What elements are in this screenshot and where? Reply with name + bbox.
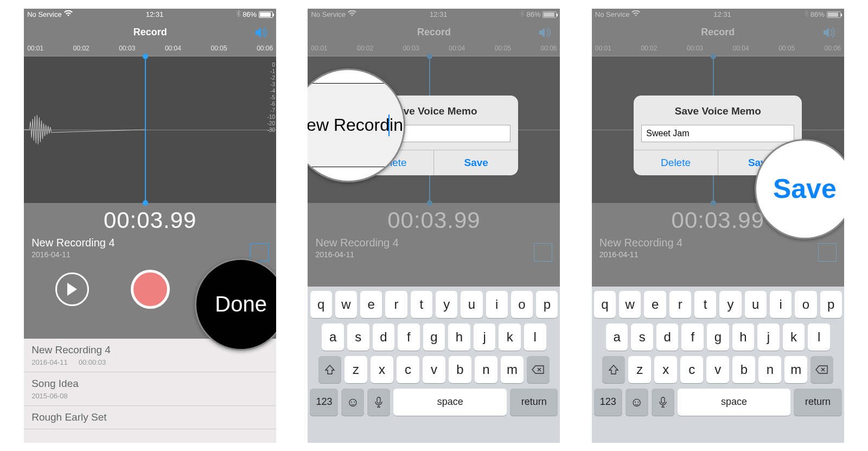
emoji-key[interactable]: ☺ <box>626 389 648 416</box>
space-key[interactable]: space <box>678 389 790 416</box>
keyboard[interactable]: qwertyuiop asdfghjkl zxcvbnm 123☺spacere… <box>308 287 560 443</box>
status-bar: No Service 12:31 86% <box>592 9 844 21</box>
space-key[interactable]: space <box>393 389 506 416</box>
key-q[interactable]: q <box>310 291 332 318</box>
return-key[interactable]: return <box>510 389 558 416</box>
battery-pct: 86% <box>242 10 257 18</box>
speaker-icon <box>538 26 552 42</box>
backspace-key[interactable] <box>810 356 833 383</box>
play-button[interactable] <box>55 272 89 306</box>
wifi-icon <box>631 10 640 18</box>
dictation-key[interactable] <box>652 389 674 416</box>
timer-text: 00:03.99 <box>24 207 276 233</box>
numbers-key[interactable]: 123 <box>594 389 622 416</box>
dictation-key[interactable] <box>367 389 390 416</box>
db-scale: 0-1-2-3-4-5-6-7-10-20-30 <box>267 62 275 134</box>
battery-icon <box>259 11 273 18</box>
shift-key[interactable] <box>318 356 341 383</box>
bluetooth-icon <box>520 10 524 18</box>
keyboard[interactable]: qwertyuiop asdfghjkl zxcvbnm 123☺spacere… <box>592 287 844 443</box>
waveform-area[interactable]: 0-1-2-3-4-5-6-7-10-20-30 <box>24 56 276 203</box>
return-key[interactable]: return <box>794 389 842 416</box>
nav-bar: Record <box>24 21 276 45</box>
status-bar: No Service 12:31 86% <box>308 9 560 21</box>
shift-key[interactable] <box>602 356 625 383</box>
page-title: Record <box>417 27 451 38</box>
trim-icon <box>818 243 837 262</box>
memo-name-input[interactable] <box>641 125 794 142</box>
page-title: Record <box>133 27 167 38</box>
waveform <box>24 105 145 154</box>
dialog-title: Save Voice Memo <box>634 96 802 125</box>
numbers-key[interactable]: 123 <box>310 389 338 416</box>
screenshot-panel-2: No Service 12:31 86% Record 00:0100:0200… <box>308 9 560 443</box>
svg-rect-0 <box>377 397 380 403</box>
trim-icon <box>534 243 552 262</box>
status-bar: No Service 12:31 86% <box>24 9 276 21</box>
list-item[interactable]: Rough Early Set <box>24 406 276 429</box>
wifi-icon <box>64 10 73 18</box>
save-button[interactable]: Save <box>433 150 518 175</box>
screenshot-panel-3: No Service 12:31 86% Record 00:0100:0200… <box>592 9 844 443</box>
svg-rect-1 <box>661 397 665 403</box>
record-button[interactable] <box>131 270 170 309</box>
screenshot-panel-1: No Service 12:31 86% Record 00:0100:0200… <box>24 9 276 443</box>
carrier-text: No Service <box>27 10 62 18</box>
timer-text: 00:03.99 <box>308 207 560 233</box>
delete-button[interactable]: Delete <box>634 150 718 175</box>
recording-date: 2016-04-11 <box>31 250 269 259</box>
wifi-icon <box>348 10 356 18</box>
recording-name: New Recording 4 <box>31 237 269 249</box>
page-title: Record <box>701 27 735 38</box>
recordings-list[interactable]: New Recording 4 2016-04-1100:00:03 Song … <box>24 339 276 443</box>
bluetooth-icon <box>237 10 240 18</box>
time-ruler: 00:0100:0200:0300:0400:0500:06 <box>24 45 276 56</box>
list-item[interactable]: Song Idea 2015-06-08 <box>24 372 276 406</box>
backspace-key[interactable] <box>527 356 550 383</box>
battery-icon <box>542 11 557 18</box>
trim-icon[interactable] <box>250 243 269 262</box>
speaker-icon[interactable] <box>254 26 269 42</box>
clock-text: 12:31 <box>146 10 164 18</box>
speaker-icon <box>822 26 837 42</box>
bluetooth-icon <box>805 10 808 18</box>
battery-icon <box>827 11 841 18</box>
emoji-key[interactable]: ☺ <box>341 389 364 416</box>
playhead[interactable] <box>145 56 146 203</box>
